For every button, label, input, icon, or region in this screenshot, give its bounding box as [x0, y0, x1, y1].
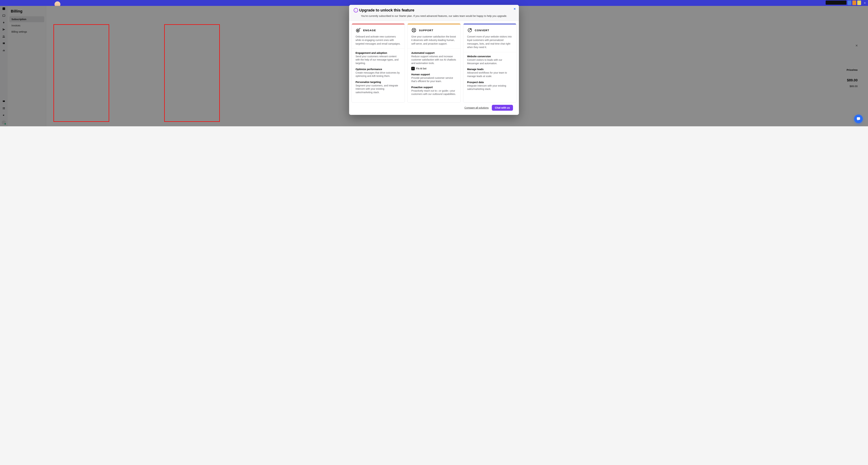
- feature-text: Provide personalized customer service th…: [411, 76, 457, 83]
- svg-point-18: [470, 29, 471, 30]
- feature-text: Proactively reach out to—or guide—your c…: [411, 89, 457, 96]
- card-desc: Give your customer satisfaction the boos…: [407, 35, 460, 49]
- feature-heading: Manage leads: [467, 68, 513, 71]
- feature-heading: Proactive support: [411, 86, 457, 89]
- lifesaver-icon: [411, 28, 416, 33]
- fin-ai-badge: ☷ Fin AI bot: [411, 67, 457, 70]
- convert-icon: [467, 28, 472, 33]
- card-title: SUPPORT: [419, 29, 433, 32]
- card-title: ENGAGE: [363, 29, 376, 32]
- modal-subtitle: You're currently subscribed to our Start…: [353, 14, 515, 18]
- target-icon: [355, 28, 361, 33]
- modal-close-icon[interactable]: ✕: [514, 7, 516, 10]
- topbar-icon-2[interactable]: [852, 1, 856, 5]
- topbar-icon-3[interactable]: [857, 1, 861, 5]
- feature-heading: Personalize targeting: [355, 81, 401, 84]
- modal-header: ✕ ↑ Upgrade to unlock this feature You'r…: [349, 5, 519, 21]
- feature-heading: Automated support: [411, 52, 457, 54]
- topbar-actions: [826, 1, 861, 5]
- feature-text: Segment your customers, and integrate In…: [355, 84, 401, 94]
- card-desc: Convert more of your website visitors in…: [463, 35, 516, 52]
- compare-link[interactable]: Compare all solutions: [464, 106, 489, 109]
- chat-with-us-button[interactable]: Chat with us: [492, 105, 513, 111]
- svg-point-17: [468, 29, 471, 32]
- modal-title: Upgrade to unlock this feature: [359, 8, 414, 12]
- intercom-launcher[interactable]: [854, 114, 863, 123]
- plan-card-engage: ENGAGE Onboard and activate new customer…: [351, 24, 405, 103]
- feature-text: Integrate Intercom with your existing sa…: [467, 84, 513, 91]
- feature-text: Send your customers relevant content wit…: [355, 55, 401, 65]
- svg-rect-19: [857, 117, 860, 120]
- feature-heading: Human support: [411, 73, 457, 76]
- plan-card-support: SUPPORT Give your customer satisfaction …: [407, 24, 461, 103]
- upgrade-modal: ✕ ↑ Upgrade to unlock this feature You'r…: [349, 5, 519, 115]
- topbar-button[interactable]: [826, 1, 846, 5]
- upgrade-arrow-icon: ↑: [353, 8, 358, 12]
- fin-label: Fin AI bot: [416, 67, 426, 70]
- plan-card-convert: CONVERT Convert more of your website vis…: [463, 24, 517, 103]
- svg-point-16: [413, 29, 415, 31]
- feature-heading: Website conversion: [467, 55, 513, 58]
- feature-text: Convert visitors to leads with our Messe…: [467, 58, 513, 65]
- fin-icon: ☷: [411, 67, 415, 70]
- card-desc: Onboard and activate new customers while…: [352, 35, 405, 49]
- feature-heading: Engagement and adoption: [355, 52, 401, 54]
- feature-text: Create messages that drive outcomes by o…: [355, 71, 401, 78]
- card-title: CONVERT: [475, 29, 489, 32]
- feature-heading: Optimize performance: [355, 68, 401, 71]
- feature-text: Reduce support volumes and increase cust…: [411, 55, 457, 65]
- svg-point-14: [358, 30, 358, 31]
- topbar-icon-1[interactable]: [847, 1, 851, 5]
- feature-text: Advanced workflows for your team to mana…: [467, 71, 513, 78]
- feature-heading: Prospect data: [467, 81, 513, 84]
- topbar-close-icon[interactable]: ✕: [864, 1, 866, 5]
